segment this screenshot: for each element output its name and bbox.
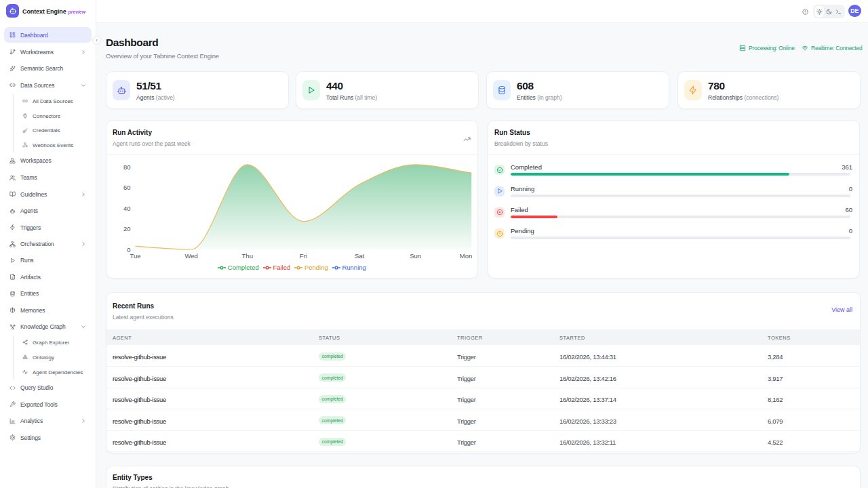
svg-text:Fri: Fri	[300, 252, 307, 260]
svg-text:Tue: Tue	[130, 252, 140, 260]
svg-text:Mon: Mon	[460, 252, 472, 260]
svg-text:40: 40	[123, 205, 131, 212]
svg-text:Sun: Sun	[410, 252, 421, 260]
svg-text:80: 80	[123, 163, 131, 171]
svg-text:Wed: Wed	[184, 252, 197, 260]
svg-text:Thu: Thu	[242, 252, 253, 260]
svg-text:20: 20	[123, 225, 131, 232]
svg-text:Sat: Sat	[355, 252, 365, 260]
svg-text:60: 60	[123, 184, 131, 191]
